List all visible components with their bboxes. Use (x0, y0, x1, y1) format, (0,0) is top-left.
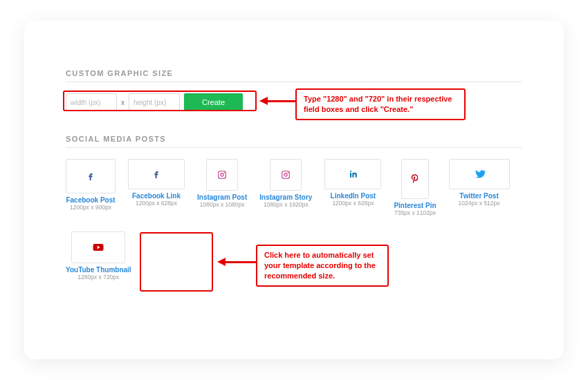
svg-point-2 (224, 172, 225, 173)
height-input[interactable] (129, 93, 180, 111)
tile-dims: 1024px x 512px (459, 200, 500, 207)
tile-label: Instagram Post (197, 193, 247, 201)
social-heading: SOCIAL MEDIA POSTS (66, 135, 522, 143)
tile-facebook-link[interactable]: Facebook Link 1200px x 628px (128, 159, 185, 216)
arrow-line (268, 100, 295, 102)
tile-label: LinkedIn Post (331, 192, 376, 200)
arrow-icon (259, 97, 268, 105)
tile-dims: 1200px x 900px (70, 204, 111, 211)
tile-dims: 1080px x 1080px (200, 201, 245, 208)
tile-label: Facebook Link (132, 192, 181, 200)
tile-linkedin-post[interactable]: LinkedIn Post 1200px x 628px (324, 159, 381, 216)
custom-size-heading: CUSTOM GRAPHIC SIZE (66, 69, 522, 77)
tile-label: Instagram Story (259, 193, 312, 201)
create-button[interactable]: Create (184, 93, 243, 111)
tile-dims: 1080px x 1920px (264, 201, 309, 208)
tile-instagram-story[interactable]: Instagram Story 1080px x 1920px (259, 159, 312, 216)
arrow-icon (217, 258, 226, 266)
dimension-separator: x (121, 99, 125, 106)
tile-label: Facebook Post (66, 196, 115, 204)
twitter-icon (449, 159, 510, 189)
callout-top: Type "1280" and "720" in their respectiv… (295, 88, 466, 120)
tile-pinterest-pin[interactable]: Pinterest Pin 735px x 1102px (394, 159, 436, 216)
divider (66, 82, 522, 82)
arrow-line (226, 261, 256, 263)
tile-dims: 1200px x 628px (332, 200, 374, 207)
instagram-icon (270, 159, 302, 191)
tile-facebook-post[interactable]: Facebook Post 1200px x 900px (66, 159, 116, 216)
tile-dims: 735px x 1102px (394, 209, 436, 216)
pinterest-icon (401, 159, 429, 199)
tile-youtube-thumbnail[interactable]: YouTube Thumbnail 1280px x 720px (66, 231, 131, 281)
youtube-icon (71, 231, 125, 263)
instagram-icon (206, 159, 238, 191)
linkedin-icon (324, 159, 381, 189)
tile-dims: 1280px x 720px (77, 274, 119, 281)
facebook-icon (66, 159, 116, 193)
page-card: CUSTOM GRAPHIC SIZE x Create SOCIAL MEDI… (24, 21, 564, 359)
facebook-icon (128, 159, 185, 189)
tile-label: Pinterest Pin (394, 202, 436, 209)
divider (66, 147, 522, 148)
svg-point-4 (284, 173, 287, 176)
width-input[interactable] (66, 93, 117, 111)
tile-twitter-post[interactable]: Twitter Post 1024px x 512px (449, 159, 510, 216)
tile-label: YouTube Thumbnail (66, 266, 131, 274)
callout-bottom: Click here to automatically set your tem… (256, 245, 389, 287)
tile-label: Twitter Post (459, 192, 498, 200)
svg-point-5 (288, 172, 288, 173)
tile-instagram-post[interactable]: Instagram Post 1080px x 1080px (197, 159, 247, 216)
svg-point-1 (221, 173, 223, 176)
tile-dims: 1200px x 628px (136, 200, 177, 207)
